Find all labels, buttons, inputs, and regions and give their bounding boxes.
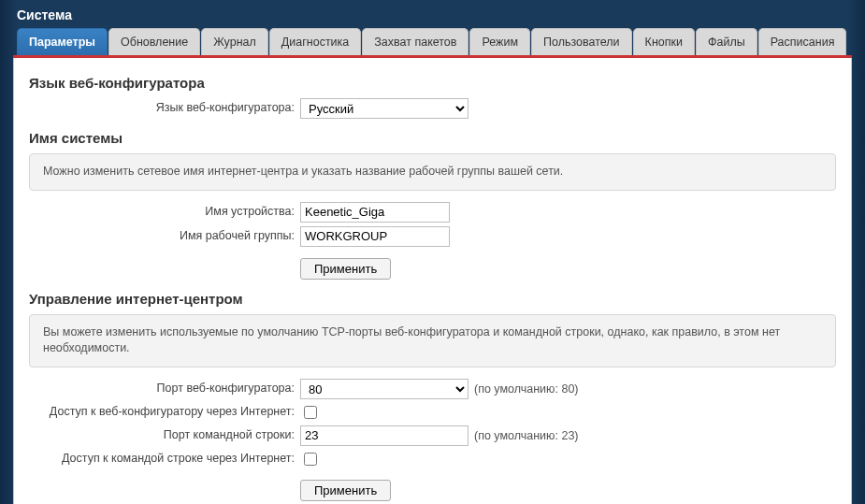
tab-update[interactable]: Обновление xyxy=(108,28,200,55)
page-title: Система xyxy=(13,0,852,28)
web-port-hint: (по умолчанию: 80) xyxy=(474,382,579,396)
web-remote-checkbox[interactable] xyxy=(304,406,317,419)
content-panel: Язык веб-конфигуратора Язык веб-конфигур… xyxy=(13,58,852,504)
workgroup-input[interactable] xyxy=(300,226,450,247)
language-select[interactable]: Русский xyxy=(300,98,469,119)
web-remote-label: Доступ к веб-конфигуратору через Интерне… xyxy=(29,405,300,420)
device-name-label: Имя устройства: xyxy=(29,205,300,220)
section-mgmt-title: Управление интернет-центром xyxy=(29,291,836,307)
cli-port-hint: (по умолчанию: 23) xyxy=(474,429,579,442)
tab-schedules[interactable]: Расписания xyxy=(758,28,847,55)
cli-remote-checkbox[interactable] xyxy=(304,453,317,466)
cli-port-label: Порт командной строки: xyxy=(29,428,300,443)
tab-users[interactable]: Пользователи xyxy=(531,28,632,55)
device-name-input[interactable] xyxy=(300,202,450,223)
workgroup-label: Имя рабочей группы: xyxy=(29,229,300,244)
web-port-select[interactable]: 80 xyxy=(300,379,469,399)
web-port-label: Порт веб-конфигуратора: xyxy=(29,382,300,396)
sysname-apply-button[interactable]: Применить xyxy=(300,258,391,280)
section-sysname-title: Имя системы xyxy=(29,130,836,146)
mgmt-info: Вы можете изменить используемые по умолч… xyxy=(29,314,836,367)
section-language-title: Язык веб-конфигуратора xyxy=(29,75,836,91)
mgmt-apply-button[interactable]: Применить xyxy=(300,480,391,501)
tab-diag[interactable]: Диагностика xyxy=(269,28,361,55)
sysname-info: Можно изменить сетевое имя интернет-цент… xyxy=(29,153,836,191)
language-label: Язык веб-конфигуратора: xyxy=(29,101,300,116)
tab-params[interactable]: Параметры xyxy=(17,28,108,55)
tab-files[interactable]: Файлы xyxy=(696,28,757,55)
tab-buttons[interactable]: Кнопки xyxy=(633,28,695,55)
tab-mode[interactable]: Режим xyxy=(469,28,530,55)
tabbar: Параметры Обновление Журнал Диагностика … xyxy=(13,28,852,58)
cli-remote-label: Доступ к командой строке через Интернет: xyxy=(29,452,300,467)
tab-capture[interactable]: Захват пакетов xyxy=(362,28,469,55)
tab-log[interactable]: Журнал xyxy=(201,28,268,55)
cli-port-input[interactable] xyxy=(300,425,469,446)
